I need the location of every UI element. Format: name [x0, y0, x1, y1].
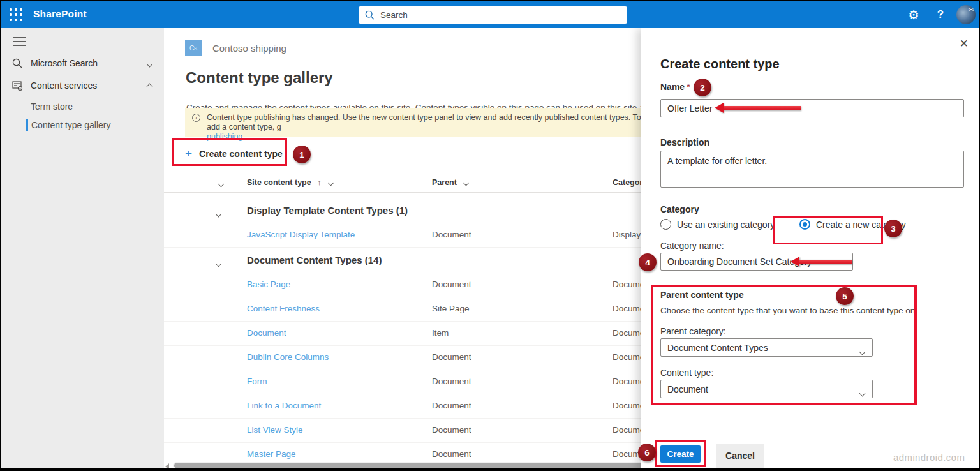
content-type-dropdown[interactable]: Document: [660, 380, 873, 398]
nav-collapse-hamburger-icon[interactable]: [13, 37, 26, 46]
chevron-down-icon: [327, 180, 334, 186]
search-icon: [11, 57, 23, 69]
panel-title: Create content type: [660, 57, 780, 71]
app-launcher-waffle-icon[interactable]: [10, 8, 22, 21]
chevron-down-icon: [859, 349, 866, 355]
global-search-box[interactable]: [359, 6, 627, 24]
group-collapse-chevron-icon[interactable]: [216, 261, 222, 267]
site-name[interactable]: Contoso shipping: [212, 43, 286, 54]
create-content-type-button[interactable]: + Create content type: [174, 142, 295, 165]
banner-text: Content type publishing has changed. Use…: [207, 113, 641, 131]
chevron-down-icon: [147, 61, 153, 68]
watermark: admindroid.com: [893, 452, 965, 463]
search-input[interactable]: [380, 10, 597, 20]
account-avatar[interactable]: [956, 5, 976, 24]
help-icon[interactable]: ?: [930, 1, 951, 28]
sidebar-item-label: Term store: [31, 101, 73, 112]
select-all-chevron-icon[interactable]: [218, 181, 225, 188]
column-header-parent[interactable]: Parent: [432, 178, 468, 187]
radio-use-existing-category[interactable]: Use an existing category: [660, 219, 775, 230]
group-collapse-chevron-icon[interactable]: [216, 211, 222, 218]
settings-gear-icon[interactable]: ⚙: [902, 1, 925, 28]
cancel-button[interactable]: Cancel: [716, 444, 764, 468]
parent-content-type-description: Choose the content type that you want to…: [660, 306, 917, 315]
category-label: Category: [660, 204, 699, 214]
content-type-link[interactable]: Dublin Core Columns: [247, 352, 329, 362]
parent-content-type-title: Parent content type: [660, 290, 744, 300]
scroll-left-arrow-icon[interactable]: [165, 463, 169, 470]
content-type-link[interactable]: Master Page: [247, 449, 296, 459]
sidebar-item-label: Microsoft Search: [31, 58, 98, 68]
create-button[interactable]: Create: [660, 445, 701, 463]
info-icon: i: [192, 114, 200, 122]
suite-top-bar: SharePoint ⚙ ?: [1, 1, 979, 28]
sidebar-item-content-type-gallery[interactable]: Content type gallery: [1, 116, 164, 135]
scrollbar-thumb[interactable]: [174, 463, 658, 468]
chevron-down-icon: [859, 391, 866, 397]
radio-checked-icon: [799, 219, 810, 230]
publishing-link[interactable]: publishing.: [207, 132, 656, 142]
content-type-link[interactable]: Basic Page: [247, 280, 290, 289]
radio-unchecked-icon: [660, 219, 671, 230]
content-type-link[interactable]: JavaScript Display Template: [247, 230, 355, 239]
content-type-link[interactable]: Form: [247, 377, 267, 386]
parent-category-label: Parent category:: [660, 326, 726, 336]
column-header-site-content-type[interactable]: Site content type ↑: [247, 178, 333, 187]
site-logo[interactable]: Cs: [185, 40, 202, 56]
admin-left-nav: Microsoft Search Content services Term s…: [1, 28, 164, 471]
content-type-link[interactable]: Document: [247, 328, 286, 338]
content-type-label: Content type:: [660, 368, 713, 378]
sort-ascending-icon: ↑: [317, 178, 321, 187]
content-services-icon: [11, 80, 23, 91]
description-field[interactable]: A template for offer letter.: [660, 151, 964, 188]
screenshot-frame: SharePoint ⚙ ? Microsoft Search Content …: [0, 0, 980, 471]
name-label: Name*: [660, 82, 690, 92]
plus-icon: +: [185, 147, 192, 161]
sidebar-item-microsoft-search[interactable]: Microsoft Search: [1, 52, 164, 74]
create-content-type-panel: ✕ Create content type Name* Description …: [641, 28, 980, 471]
chevron-down-icon: [463, 180, 470, 186]
description-label: Description: [660, 137, 709, 147]
chevron-up-icon: [147, 84, 153, 90]
parent-category-dropdown[interactable]: Document Content Types: [660, 338, 873, 357]
sidebar-item-term-store[interactable]: Term store: [1, 97, 164, 116]
app-title[interactable]: SharePoint: [33, 8, 87, 20]
category-name-field[interactable]: [660, 253, 853, 271]
selected-indicator: [26, 119, 28, 131]
info-message-bar: i Content type publishing has changed. U…: [185, 108, 662, 137]
content-type-link[interactable]: Content Freshness: [247, 304, 320, 313]
close-icon[interactable]: ✕: [960, 37, 969, 50]
sidebar-item-label: Content services: [31, 80, 97, 91]
content-type-link[interactable]: List View Style: [247, 425, 303, 435]
search-icon: [365, 10, 375, 20]
site-header: Cs Contoso shipping: [185, 40, 286, 56]
category-radio-group: Use an existing category Create a new ca…: [660, 219, 967, 233]
content-type-link[interactable]: Link to a Document: [247, 401, 321, 410]
radio-create-new-category[interactable]: Create a new category: [799, 219, 906, 230]
name-field[interactable]: [660, 99, 964, 117]
required-marker: *: [687, 82, 690, 92]
category-name-label: Category name:: [660, 241, 724, 251]
page-title: Content type gallery: [186, 69, 333, 87]
sidebar-item-label: Content type gallery: [31, 120, 111, 130]
sidebar-item-content-services[interactable]: Content services: [1, 75, 164, 96]
